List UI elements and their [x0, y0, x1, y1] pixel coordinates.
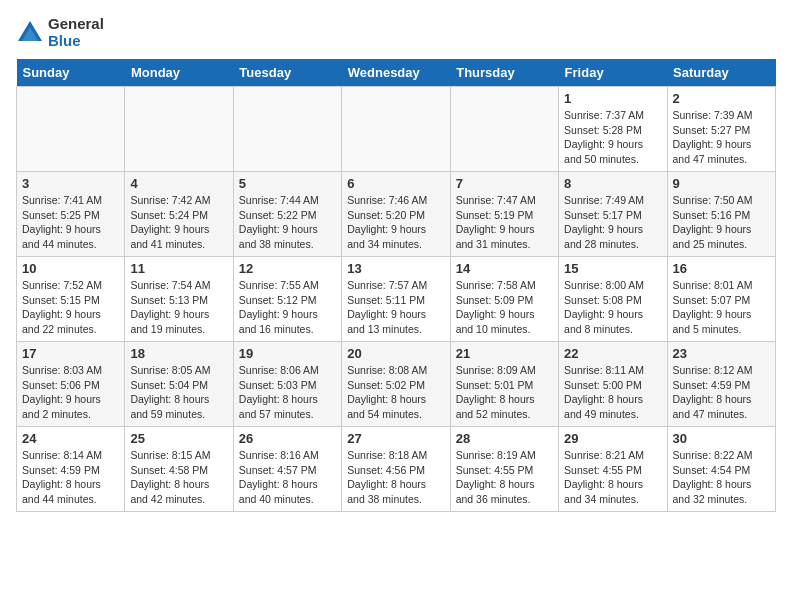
logo-text: General Blue: [48, 16, 104, 49]
day-number: 27: [347, 431, 444, 446]
daylight-text: Daylight: 8 hours and 47 minutes.: [673, 393, 752, 420]
day-number: 7: [456, 176, 553, 191]
day-cell: 19 Sunrise: 8:06 AM Sunset: 5:03 PM Dayl…: [233, 342, 341, 427]
day-info: Sunrise: 7:46 AM Sunset: 5:20 PM Dayligh…: [347, 193, 444, 252]
day-number: 12: [239, 261, 336, 276]
day-info: Sunrise: 7:57 AM Sunset: 5:11 PM Dayligh…: [347, 278, 444, 337]
daylight-text: Daylight: 8 hours and 44 minutes.: [22, 478, 101, 505]
day-number: 21: [456, 346, 553, 361]
sunset-text: Sunset: 5:12 PM: [239, 294, 317, 306]
sunrise-text: Sunrise: 8:09 AM: [456, 364, 536, 376]
sunrise-text: Sunrise: 8:06 AM: [239, 364, 319, 376]
sunrise-text: Sunrise: 8:15 AM: [130, 449, 210, 461]
day-cell: 17 Sunrise: 8:03 AM Sunset: 5:06 PM Dayl…: [17, 342, 125, 427]
daylight-text: Daylight: 8 hours and 34 minutes.: [564, 478, 643, 505]
day-info: Sunrise: 7:54 AM Sunset: 5:13 PM Dayligh…: [130, 278, 227, 337]
day-info: Sunrise: 8:01 AM Sunset: 5:07 PM Dayligh…: [673, 278, 770, 337]
sunset-text: Sunset: 5:24 PM: [130, 209, 208, 221]
sunset-text: Sunset: 5:17 PM: [564, 209, 642, 221]
daylight-text: Daylight: 9 hours and 19 minutes.: [130, 308, 209, 335]
weekday-header-wednesday: Wednesday: [342, 59, 450, 87]
weekday-header-saturday: Saturday: [667, 59, 775, 87]
sunrise-text: Sunrise: 8:21 AM: [564, 449, 644, 461]
sunrise-text: Sunrise: 8:19 AM: [456, 449, 536, 461]
weekday-header-tuesday: Tuesday: [233, 59, 341, 87]
sunset-text: Sunset: 5:13 PM: [130, 294, 208, 306]
sunset-text: Sunset: 4:59 PM: [673, 379, 751, 391]
day-number: 8: [564, 176, 661, 191]
day-cell: 20 Sunrise: 8:08 AM Sunset: 5:02 PM Dayl…: [342, 342, 450, 427]
sunset-text: Sunset: 4:55 PM: [456, 464, 534, 476]
day-number: 6: [347, 176, 444, 191]
day-number: 2: [673, 91, 770, 106]
sunset-text: Sunset: 5:02 PM: [347, 379, 425, 391]
daylight-text: Daylight: 9 hours and 34 minutes.: [347, 223, 426, 250]
sunset-text: Sunset: 5:07 PM: [673, 294, 751, 306]
day-info: Sunrise: 8:11 AM Sunset: 5:00 PM Dayligh…: [564, 363, 661, 422]
sunrise-text: Sunrise: 7:49 AM: [564, 194, 644, 206]
day-number: 5: [239, 176, 336, 191]
day-info: Sunrise: 7:44 AM Sunset: 5:22 PM Dayligh…: [239, 193, 336, 252]
day-info: Sunrise: 8:21 AM Sunset: 4:55 PM Dayligh…: [564, 448, 661, 507]
day-info: Sunrise: 7:37 AM Sunset: 5:28 PM Dayligh…: [564, 108, 661, 167]
day-number: 11: [130, 261, 227, 276]
sunrise-text: Sunrise: 8:14 AM: [22, 449, 102, 461]
day-number: 22: [564, 346, 661, 361]
day-number: 26: [239, 431, 336, 446]
daylight-text: Daylight: 9 hours and 47 minutes.: [673, 138, 752, 165]
day-cell: [17, 87, 125, 172]
day-cell: 30 Sunrise: 8:22 AM Sunset: 4:54 PM Dayl…: [667, 427, 775, 512]
day-cell: 26 Sunrise: 8:16 AM Sunset: 4:57 PM Dayl…: [233, 427, 341, 512]
sunrise-text: Sunrise: 7:46 AM: [347, 194, 427, 206]
sunset-text: Sunset: 5:19 PM: [456, 209, 534, 221]
day-number: 28: [456, 431, 553, 446]
sunset-text: Sunset: 5:16 PM: [673, 209, 751, 221]
sunset-text: Sunset: 5:08 PM: [564, 294, 642, 306]
weekday-header-thursday: Thursday: [450, 59, 558, 87]
day-number: 16: [673, 261, 770, 276]
sunrise-text: Sunrise: 8:00 AM: [564, 279, 644, 291]
sunset-text: Sunset: 5:11 PM: [347, 294, 425, 306]
sunrise-text: Sunrise: 7:50 AM: [673, 194, 753, 206]
daylight-text: Daylight: 8 hours and 59 minutes.: [130, 393, 209, 420]
week-row-2: 3 Sunrise: 7:41 AM Sunset: 5:25 PM Dayli…: [17, 172, 776, 257]
day-number: 19: [239, 346, 336, 361]
day-cell: 28 Sunrise: 8:19 AM Sunset: 4:55 PM Dayl…: [450, 427, 558, 512]
day-cell: 29 Sunrise: 8:21 AM Sunset: 4:55 PM Dayl…: [559, 427, 667, 512]
sunrise-text: Sunrise: 8:11 AM: [564, 364, 644, 376]
day-number: 14: [456, 261, 553, 276]
day-cell: 13 Sunrise: 7:57 AM Sunset: 5:11 PM Dayl…: [342, 257, 450, 342]
day-info: Sunrise: 8:12 AM Sunset: 4:59 PM Dayligh…: [673, 363, 770, 422]
day-cell: [125, 87, 233, 172]
daylight-text: Daylight: 9 hours and 16 minutes.: [239, 308, 318, 335]
sunset-text: Sunset: 5:00 PM: [564, 379, 642, 391]
day-cell: 4 Sunrise: 7:42 AM Sunset: 5:24 PM Dayli…: [125, 172, 233, 257]
daylight-text: Daylight: 9 hours and 50 minutes.: [564, 138, 643, 165]
day-info: Sunrise: 8:22 AM Sunset: 4:54 PM Dayligh…: [673, 448, 770, 507]
day-info: Sunrise: 8:15 AM Sunset: 4:58 PM Dayligh…: [130, 448, 227, 507]
day-number: 17: [22, 346, 119, 361]
sunrise-text: Sunrise: 7:52 AM: [22, 279, 102, 291]
day-cell: 9 Sunrise: 7:50 AM Sunset: 5:16 PM Dayli…: [667, 172, 775, 257]
sunset-text: Sunset: 5:27 PM: [673, 124, 751, 136]
day-number: 20: [347, 346, 444, 361]
day-info: Sunrise: 8:03 AM Sunset: 5:06 PM Dayligh…: [22, 363, 119, 422]
daylight-text: Daylight: 8 hours and 32 minutes.: [673, 478, 752, 505]
day-info: Sunrise: 8:09 AM Sunset: 5:01 PM Dayligh…: [456, 363, 553, 422]
day-cell: 18 Sunrise: 8:05 AM Sunset: 5:04 PM Dayl…: [125, 342, 233, 427]
weekday-header-monday: Monday: [125, 59, 233, 87]
sunset-text: Sunset: 5:20 PM: [347, 209, 425, 221]
day-cell: 3 Sunrise: 7:41 AM Sunset: 5:25 PM Dayli…: [17, 172, 125, 257]
day-number: 1: [564, 91, 661, 106]
sunset-text: Sunset: 4:55 PM: [564, 464, 642, 476]
weekday-header-row: SundayMondayTuesdayWednesdayThursdayFrid…: [17, 59, 776, 87]
sunrise-text: Sunrise: 7:42 AM: [130, 194, 210, 206]
sunset-text: Sunset: 5:04 PM: [130, 379, 208, 391]
day-cell: 11 Sunrise: 7:54 AM Sunset: 5:13 PM Dayl…: [125, 257, 233, 342]
day-cell: 10 Sunrise: 7:52 AM Sunset: 5:15 PM Dayl…: [17, 257, 125, 342]
day-cell: [450, 87, 558, 172]
sunrise-text: Sunrise: 7:39 AM: [673, 109, 753, 121]
calendar-table: SundayMondayTuesdayWednesdayThursdayFrid…: [16, 59, 776, 512]
sunrise-text: Sunrise: 8:05 AM: [130, 364, 210, 376]
sunset-text: Sunset: 4:59 PM: [22, 464, 100, 476]
